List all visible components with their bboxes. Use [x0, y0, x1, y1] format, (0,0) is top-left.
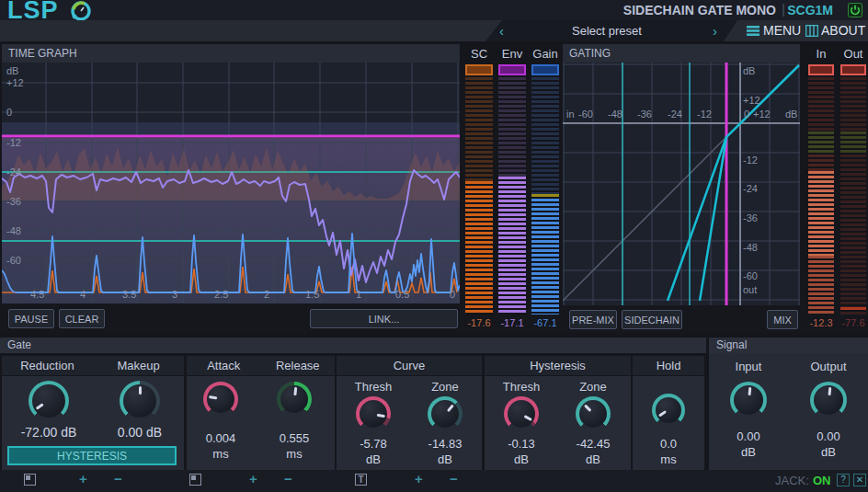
scale-plus-button[interactable]: + [79, 472, 87, 486]
svg-text:0: 0 [744, 109, 749, 120]
svg-text:-48: -48 [608, 109, 622, 120]
preset-next-button[interactable]: › [713, 20, 717, 41]
hysteresis-toggle-button[interactable]: HYSTERESIS [7, 446, 177, 465]
hold-knob[interactable] [652, 394, 685, 427]
menu-icon [747, 25, 760, 37]
close-icon[interactable]: ✕ [853, 474, 866, 486]
svg-text:4.5: 4.5 [30, 289, 44, 300]
input-gain-value: 0.00dB [716, 429, 781, 460]
svg-text:-24: -24 [6, 166, 21, 177]
title-bar: LSP SIDECHAIN GATE MONO | SCG1M [0, 0, 868, 20]
font-plus-button[interactable]: + [415, 472, 423, 486]
svg-text:-48: -48 [743, 242, 758, 253]
menu-bar: ‹ Select preset › MENU ABOUT [0, 20, 868, 41]
curve-zone-knob[interactable] [428, 396, 463, 431]
plugin-window: LSP SIDECHAIN GATE MONO | SCG1M ‹ Select… [0, 0, 868, 492]
window-plus-button[interactable]: + [249, 472, 257, 486]
output-gain-knob[interactable] [810, 382, 847, 418]
window-scale-icon[interactable] [189, 474, 201, 486]
release-knob[interactable] [277, 382, 312, 417]
font-scale-icon[interactable]: T [355, 474, 367, 486]
svg-text:0.5: 0.5 [395, 289, 409, 300]
out-meter-label: Out [832, 47, 868, 61]
makeup-value: 0.00 dB [98, 425, 181, 440]
hyst-thresh-label: Thresh [489, 380, 554, 394]
about-button[interactable]: ABOUT [821, 20, 865, 41]
env-meter-toggle[interactable] [498, 64, 526, 75]
premix-button[interactable]: PRE-MIX [569, 310, 617, 329]
scale-minus-button[interactable]: − [114, 472, 122, 486]
in-meter [808, 77, 834, 315]
output-gain-value: 0.00dB [796, 429, 861, 460]
makeup-knob[interactable] [120, 381, 160, 421]
svg-text:-60: -60 [743, 270, 758, 281]
signal-section-title: Signal [709, 338, 868, 353]
sidechain-button[interactable]: SIDECHAIN [622, 310, 682, 329]
gate-subheader-reduction-makeup: Reduction Makeup [2, 356, 184, 375]
jack-status-value: ON [813, 474, 831, 487]
sc-meter [465, 77, 493, 315]
status-bar: + − + − T + − JACK: ON ? ✕ [0, 470, 868, 492]
gain-meter-value: -67.1 [522, 317, 568, 328]
gate-subheader-curve: Curve [337, 356, 482, 375]
env-meter [498, 77, 526, 315]
svg-text:out: out [743, 284, 757, 295]
curve-thresh-knob[interactable] [356, 396, 391, 431]
svg-text:-12: -12 [743, 154, 758, 166]
hyst-zone-knob[interactable] [576, 396, 611, 431]
out-meter-toggle[interactable] [840, 64, 866, 75]
svg-text:-24: -24 [743, 183, 758, 194]
jack-status-label: JACK: [775, 474, 809, 487]
svg-text:dB: dB [785, 109, 797, 120]
reduction-knob[interactable] [29, 381, 69, 421]
svg-text:1: 1 [356, 289, 361, 300]
svg-text:-36: -36 [6, 196, 21, 207]
svg-text:-12: -12 [6, 137, 21, 148]
gain-meter-toggle[interactable] [531, 64, 559, 75]
svg-text:-36: -36 [743, 212, 758, 223]
svg-text:-60: -60 [6, 255, 21, 266]
dock-scale-icon[interactable] [24, 474, 36, 486]
curve-thresh-value: -5.78dB [341, 436, 405, 467]
font-minus-button[interactable]: − [450, 472, 458, 486]
mix-button[interactable]: MIX [767, 310, 798, 329]
svg-text:+12: +12 [743, 95, 760, 106]
attack-value: 0.004ms [188, 430, 253, 462]
clear-button[interactable]: CLEAR [59, 309, 105, 328]
hyst-thresh-knob[interactable] [504, 396, 539, 431]
attack-label: Attack [187, 359, 261, 372]
svg-text:dB: dB [743, 65, 755, 76]
out-meter-value: -77.6 [830, 317, 868, 328]
in-meter-toggle[interactable] [808, 64, 834, 75]
gain-meter-label: Gain [524, 47, 566, 61]
svg-text:0: 0 [450, 289, 455, 300]
svg-text:2.5: 2.5 [214, 289, 228, 300]
hyst-thresh-value: -0.13dB [489, 436, 554, 467]
sc-meter-toggle[interactable] [465, 64, 493, 75]
preset-label[interactable]: Select preset [501, 20, 713, 41]
window-title: SIDECHAIN GATE MONO [623, 3, 776, 17]
gating-title: GATING [563, 44, 800, 63]
help-icon[interactable]: ? [837, 474, 850, 486]
attack-knob[interactable] [203, 382, 238, 417]
svg-text:in: in [566, 109, 575, 120]
window-minus-button[interactable]: − [284, 472, 292, 486]
input-label: Input [716, 360, 781, 373]
gate-open-curve [668, 137, 726, 301]
time-graph-title: TIME GRAPH [2, 44, 460, 63]
time-graph[interactable]: dB +12 0 -12 -24 -36 -48 -60 4.5 4 3.5 3… [2, 63, 460, 303]
output-label: Output [796, 360, 861, 373]
gating-graph[interactable]: in -60 -48 -36 -24 -12 0 +12 dB dB +12 -… [563, 63, 800, 305]
svg-text:+12: +12 [6, 77, 24, 88]
svg-text:1.5: 1.5 [305, 289, 319, 300]
power-icon[interactable] [848, 3, 862, 17]
input-gain-knob[interactable] [730, 382, 767, 418]
svg-text:dB: dB [6, 65, 18, 76]
pause-button[interactable]: PAUSE [8, 309, 54, 328]
svg-text:4: 4 [80, 289, 86, 300]
link-button[interactable]: LINK... [310, 309, 458, 328]
release-value: 0.555ms [262, 430, 326, 462]
svg-text:-60: -60 [578, 109, 593, 120]
menu-button[interactable]: MENU [763, 20, 801, 41]
hold-title: Hold [633, 359, 704, 372]
